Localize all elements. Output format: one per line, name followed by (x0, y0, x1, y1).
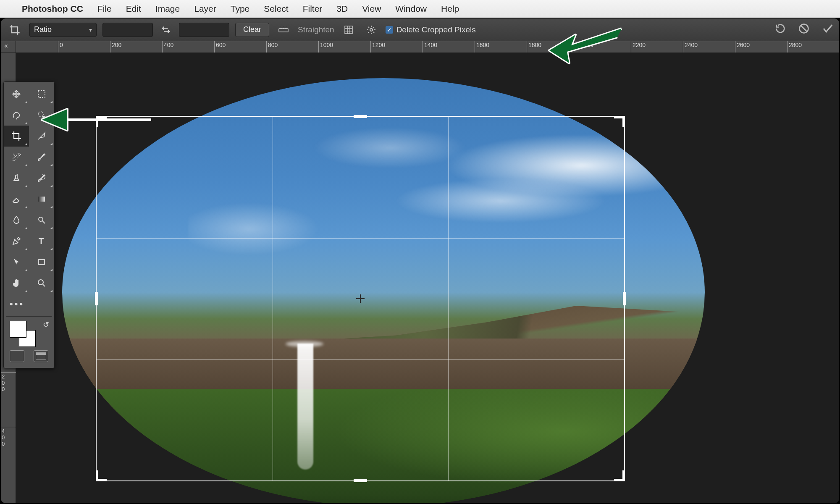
ruler-tick: 2400 (683, 41, 698, 53)
svg-point-2 (370, 29, 373, 31)
dodge-tool[interactable] (29, 210, 54, 231)
swap-colors-icon[interactable]: ↺ (43, 320, 49, 329)
ruler-tick: 2200 (631, 41, 646, 53)
ruler-tick: 1600 (475, 41, 489, 53)
horizontal-ruler[interactable]: 0200400600800100012001400160018002000220… (16, 41, 839, 53)
commit-crop-icon[interactable] (822, 22, 834, 37)
ruler-tick: 400 (1, 427, 16, 447)
app-name[interactable]: Photoshop CC (22, 4, 83, 14)
eraser-tool[interactable] (4, 189, 29, 210)
ruler-tick: 1200 (370, 41, 385, 53)
app-window: Ratio ▾ Clear Straighten ✓ Delete Croppe… (0, 18, 840, 504)
menu-filter[interactable]: Filter (303, 4, 323, 14)
menu-file[interactable]: File (97, 4, 112, 14)
overlay-grid-icon[interactable] (340, 21, 357, 38)
mac-menubar: Photoshop CC File Edit Image Layer Type … (0, 0, 840, 18)
svg-point-10 (38, 280, 43, 285)
svg-rect-6 (38, 197, 45, 202)
brush-tool[interactable] (29, 147, 54, 168)
clone-stamp-tool[interactable] (4, 168, 29, 189)
zoom-tool[interactable] (29, 273, 54, 294)
ruler-tick: 2600 (735, 41, 750, 53)
crop-tool-preset-icon[interactable] (6, 22, 24, 37)
edit-toolbar-button[interactable]: ••• (4, 294, 54, 315)
ruler-tick: 0 (58, 41, 63, 53)
annotation-arrow-crop-tool (38, 97, 155, 143)
blur-tool[interactable] (4, 210, 29, 231)
delete-cropped-pixels-option[interactable]: ✓ Delete Cropped Pixels (386, 25, 476, 34)
crop-bounding-box[interactable] (96, 116, 625, 481)
history-brush-tool[interactable] (29, 168, 54, 189)
crop-handle-right[interactable] (623, 292, 626, 305)
crop-handle-br[interactable] (614, 470, 625, 481)
crop-handle-tr[interactable] (614, 116, 625, 127)
menu-3d[interactable]: 3D (336, 4, 348, 14)
lasso-tool[interactable] (4, 105, 29, 126)
crop-handle-left[interactable] (95, 292, 98, 305)
cancel-crop-icon[interactable] (798, 23, 810, 37)
ruler-tick: 200 (110, 41, 121, 53)
ruler-tick: 600 (214, 41, 226, 53)
swap-dimensions-button[interactable] (159, 23, 173, 37)
ruler-tick: 1800 (527, 41, 541, 53)
aspect-ratio-select[interactable]: Ratio ▾ (29, 23, 97, 37)
clear-button[interactable]: Clear (235, 23, 269, 37)
crop-handle-top[interactable] (354, 115, 367, 118)
color-swatches[interactable]: ↺ (8, 320, 50, 347)
ruler-tick: 1400 (423, 41, 437, 53)
ruler-tick: 800 (266, 41, 278, 53)
gradient-tool[interactable] (29, 189, 54, 210)
crop-center-icon (356, 294, 365, 303)
crop-handle-bl[interactable] (96, 470, 107, 481)
ruler-origin[interactable] (1, 41, 16, 53)
svg-text:T: T (39, 236, 44, 246)
path-select-tool[interactable] (4, 252, 29, 273)
quick-mask-button[interactable] (10, 350, 24, 362)
straighten-icon[interactable] (275, 21, 292, 38)
crop-tool[interactable] (4, 126, 29, 147)
menu-window[interactable]: Window (395, 4, 427, 14)
ruler-tick: 1000 (318, 41, 333, 53)
screen-mode-button[interactable] (34, 350, 48, 362)
svg-rect-1 (345, 26, 352, 34)
ruler-tick: 400 (162, 41, 173, 53)
svg-rect-0 (279, 29, 288, 32)
crop-settings-icon[interactable] (363, 21, 380, 38)
rectangle-tool[interactable] (29, 252, 54, 273)
svg-rect-9 (39, 260, 45, 265)
svg-point-7 (39, 217, 43, 221)
annotation-arrow-delete-cropped (546, 20, 626, 71)
ruler-tick: 200 (1, 372, 16, 392)
hand-tool[interactable] (4, 273, 29, 294)
menu-select[interactable]: Select (264, 4, 288, 14)
pen-tool[interactable] (4, 231, 29, 252)
menu-type[interactable]: Type (231, 4, 250, 14)
straighten-label[interactable]: Straighten (298, 25, 334, 34)
crop-width-input[interactable] (102, 23, 153, 37)
menu-view[interactable]: View (362, 4, 381, 14)
crop-handle-bottom[interactable] (354, 479, 367, 482)
menu-layer[interactable]: Layer (194, 4, 216, 14)
ruler-tick: 2800 (787, 41, 802, 53)
menu-image[interactable]: Image (155, 4, 180, 14)
menu-edit[interactable]: Edit (126, 4, 141, 14)
chevron-down-icon: ▾ (89, 26, 92, 33)
crop-height-input[interactable] (179, 23, 229, 37)
menu-help[interactable]: Help (441, 4, 459, 14)
move-tool[interactable] (4, 84, 29, 105)
aspect-ratio-label: Ratio (34, 25, 52, 34)
type-tool[interactable]: T (29, 231, 54, 252)
delete-cropped-checkbox[interactable]: ✓ (386, 26, 393, 34)
reset-crop-icon[interactable] (774, 23, 786, 37)
crop-options-bar: Ratio ▾ Clear Straighten ✓ Delete Croppe… (1, 18, 839, 41)
delete-cropped-label: Delete Cropped Pixels (396, 25, 476, 34)
foreground-color[interactable] (10, 321, 26, 338)
eyedropper-tool[interactable] (4, 147, 29, 168)
